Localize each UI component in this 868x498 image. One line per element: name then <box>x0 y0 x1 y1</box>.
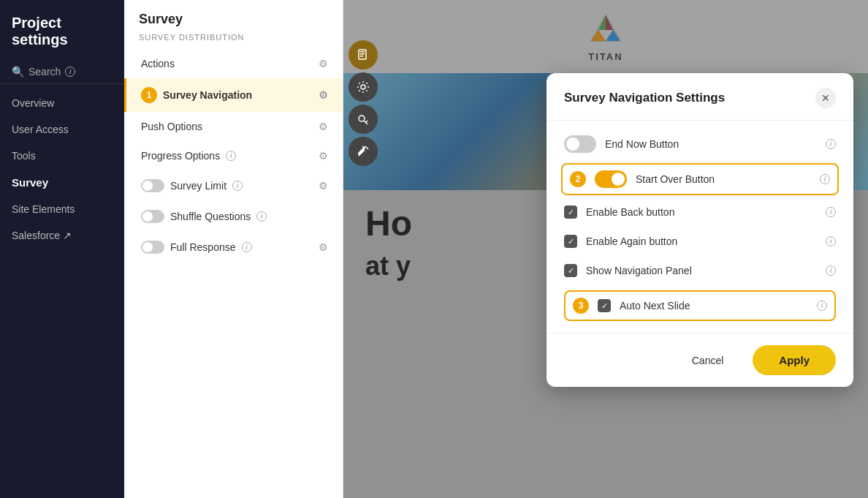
actions-label: Actions <box>141 58 175 69</box>
modal-close-button[interactable]: ✕ <box>815 88 836 108</box>
survey-limit-toggle[interactable] <box>141 179 164 192</box>
sidebar-siteelements-label: Site Elements <box>12 203 75 215</box>
step-badge-2: 2 <box>570 171 586 187</box>
end-now-button-row: End Now Button i <box>564 132 836 156</box>
modal-title: Survey Navigation Settings <box>564 91 725 105</box>
enable-back-info-icon: i <box>826 207 836 217</box>
sidebar-survey-label: Survey <box>12 176 48 189</box>
start-over-info-icon: i <box>820 174 830 184</box>
end-now-info-icon: i <box>826 139 836 149</box>
full-response-row: Full Response i <box>141 241 252 254</box>
menu-item-actions[interactable]: Actions ⚙ <box>124 49 343 78</box>
svg-rect-2 <box>360 53 365 55</box>
survey-navigation-modal: Survey Navigation Settings ✕ End Now But… <box>547 73 853 387</box>
secondary-subtitle: SURVEY DISTRIBUTION <box>124 33 343 49</box>
progress-options-label: Progress Options <box>141 150 220 162</box>
svg-point-4 <box>361 85 365 89</box>
enable-back-checkbox[interactable]: ✓ <box>564 205 577 219</box>
end-now-toggle[interactable] <box>564 135 596 153</box>
shuffle-row: Shuffle Questions i <box>141 210 267 223</box>
full-response-info-icon: i <box>242 242 252 252</box>
sidebar-item-user-access[interactable]: User Access <box>0 116 124 143</box>
show-navigation-checkbox[interactable]: ✓ <box>564 264 577 277</box>
full-response-toggle[interactable] <box>141 241 164 254</box>
build-toolbar-button[interactable] <box>349 137 378 166</box>
modal-body: End Now Button i 2 Start Over Button i ✓… <box>547 121 853 333</box>
survey-nav-row: 1 Survey Navigation <box>141 87 252 103</box>
start-over-toggle[interactable] <box>595 170 627 188</box>
enable-again-checkbox[interactable]: ✓ <box>564 235 577 248</box>
sidebar-nav: Overview User Access Tools Survey Site E… <box>0 84 124 498</box>
auto-next-checkbox[interactable]: ✓ <box>598 299 611 312</box>
end-now-label: End Now Button <box>605 138 817 150</box>
sidebar-overview-label: Overview <box>12 97 54 109</box>
start-over-label: Start Over Button <box>636 173 811 185</box>
shuffle-label: Shuffle Questions <box>170 211 251 222</box>
sidebar-item-overview[interactable]: Overview <box>0 90 124 116</box>
push-options-gear-icon: ⚙ <box>319 121 328 132</box>
app-title: Project settings <box>0 0 124 60</box>
modal-overlay: Survey Navigation Settings ✕ End Now But… <box>343 0 868 498</box>
key-toolbar-button[interactable] <box>349 105 378 134</box>
survey-limit-row: Survey Limit i <box>141 179 243 192</box>
auto-next-slide-row: 3 ✓ Auto Next Slide i <box>564 290 836 321</box>
menu-item-survey-navigation[interactable]: 1 Survey Navigation ⚙ <box>124 78 343 112</box>
enable-again-info-icon: i <box>826 236 836 246</box>
auto-next-info-icon: i <box>817 301 827 311</box>
sidebar-item-salesforce[interactable]: Salesforce ↗ <box>0 222 124 249</box>
apply-button[interactable]: Apply <box>753 345 836 375</box>
menu-item-progress-options[interactable]: Progress Options i ⚙ <box>124 141 343 170</box>
shuffle-info-icon: i <box>256 211 267 222</box>
survey-limit-gear-icon: ⚙ <box>319 180 328 192</box>
sidebar-item-survey[interactable]: Survey <box>0 169 124 196</box>
svg-rect-3 <box>360 56 363 57</box>
sidebar-tools-label: Tools <box>12 150 36 162</box>
progress-info-icon: i <box>226 151 236 161</box>
menu-item-push-options[interactable]: Push Options ⚙ <box>124 112 343 141</box>
menu-item-full-response[interactable]: Full Response i ⚙ <box>124 232 343 263</box>
left-sidebar: Project settings 🔍 Search i Overview Use… <box>0 0 124 498</box>
secondary-title: Survey <box>139 12 183 27</box>
secondary-header: Survey <box>124 0 343 33</box>
survey-navigation-label: Survey Navigation <box>163 89 252 101</box>
shuffle-toggle[interactable] <box>141 210 164 223</box>
survey-limit-info-icon: i <box>232 181 243 191</box>
enable-again-button-row: ✓ Enable Again button i <box>564 232 836 251</box>
start-over-button-row: 2 Start Over Button i <box>561 163 839 195</box>
push-options-label: Push Options <box>141 121 202 132</box>
menu-item-shuffle-questions[interactable]: Shuffle Questions i <box>124 201 343 232</box>
settings-toolbar-button[interactable] <box>349 72 378 102</box>
search-item[interactable]: 🔍 Search i <box>0 60 124 84</box>
auto-next-label: Auto Next Slide <box>620 300 808 312</box>
sidebar-item-tools[interactable]: Tools <box>0 143 124 169</box>
progress-gear-icon: ⚙ <box>319 150 328 162</box>
sidebar-useraccess-label: User Access <box>12 124 69 135</box>
show-navigation-info-icon: i <box>826 265 836 276</box>
survey-nav-gear-icon: ⚙ <box>319 89 328 101</box>
sidebar-item-site-elements[interactable]: Site Elements <box>0 196 124 222</box>
full-response-label: Full Response <box>170 241 236 253</box>
main-content: TITAN Ho at y Survey Navigation Settings… <box>343 0 868 498</box>
search-label: Search <box>28 66 61 78</box>
modal-header: Survey Navigation Settings ✕ <box>547 73 853 121</box>
show-navigation-panel-row: ✓ Show Navigation Panel i <box>564 261 836 280</box>
pages-button[interactable] <box>349 40 378 69</box>
enable-again-label: Enable Again button <box>586 235 817 247</box>
info-icon: i <box>65 67 75 77</box>
menu-item-survey-limit[interactable]: Survey Limit i ⚙ <box>124 170 343 201</box>
modal-footer: Cancel Apply <box>547 333 853 387</box>
step-badge-1: 1 <box>141 87 157 103</box>
secondary-sidebar: Survey SURVEY DISTRIBUTION Actions ⚙ 1 S… <box>124 0 343 498</box>
survey-limit-label: Survey Limit <box>170 180 226 192</box>
enable-back-button-row: ✓ Enable Back button i <box>564 203 836 222</box>
step-badge-3: 3 <box>573 298 589 314</box>
svg-rect-1 <box>360 51 365 53</box>
svg-point-5 <box>359 116 365 121</box>
search-icon: 🔍 <box>12 66 24 78</box>
show-navigation-label: Show Navigation Panel <box>586 265 817 276</box>
actions-gear-icon: ⚙ <box>319 58 328 69</box>
sidebar-salesforce-label: Salesforce ↗ <box>12 230 72 241</box>
progress-options-row: Progress Options i <box>141 150 236 162</box>
full-response-gear-icon: ⚙ <box>319 241 328 253</box>
cancel-button[interactable]: Cancel <box>671 346 745 375</box>
